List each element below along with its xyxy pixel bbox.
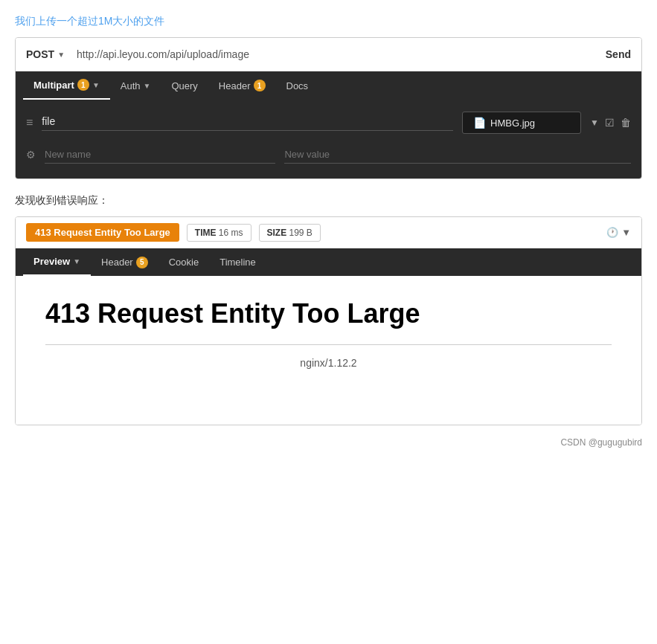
method-chevron-icon: ▼ [57, 51, 65, 59]
status-badge: 413 Request Entity Too Large [26, 223, 179, 242]
tab-query-label: Query [171, 80, 197, 91]
field-type-chevron-icon[interactable]: ▼ [590, 117, 599, 128]
response-tabs: Preview ▼ Header 5 Cookie Timeline [16, 248, 641, 276]
tab-preview[interactable]: Preview ▼ [23, 248, 91, 276]
response-panel: 413 Request Entity Too Large TIME 16 ms … [15, 216, 642, 425]
tab-header-badge: 1 [254, 80, 266, 91]
tab-auth[interactable]: Auth ▼ [110, 73, 161, 99]
intro-label: 我们上传一个超过1M大小的文件 [15, 15, 642, 28]
field-delete-icon[interactable]: 🗑 [621, 117, 631, 129]
tab-header[interactable]: Header 1 [208, 72, 276, 99]
form-row-new: ⚙ [26, 146, 631, 164]
tab-multipart-badge: 1 [77, 79, 89, 91]
request-tabs: Multipart 1 ▼ Auth ▼ Query Header 1 Docs [16, 71, 641, 100]
tab-timeline[interactable]: Timeline [209, 249, 266, 275]
tab-auth-chevron-icon: ▼ [144, 82, 151, 90]
tab-docs[interactable]: Docs [276, 73, 319, 99]
tab-multipart-chevron-icon: ▼ [92, 81, 100, 89]
form-area: ≡ file 📄 HMBG.jpg ▼ ☑ 🗑 ⚙ [16, 100, 641, 178]
tab-timeline-label: Timeline [219, 257, 256, 268]
time-badge: TIME 16 ms [187, 224, 251, 242]
field-check-icon[interactable]: ☑ [605, 117, 615, 129]
tab-auth-label: Auth [121, 80, 141, 91]
tab-docs-label: Docs [286, 80, 309, 91]
gear-icon: ⚙ [26, 149, 36, 161]
new-value-input[interactable] [284, 146, 631, 164]
field-actions: ▼ ☑ 🗑 [590, 117, 631, 129]
tab-cookie-label: Cookie [169, 257, 199, 268]
file-icon: 📄 [473, 117, 486, 129]
tab-multipart-label: Multipart [33, 80, 74, 91]
tab-query[interactable]: Query [161, 73, 208, 99]
url-bar: POST ▼ Send [16, 38, 641, 71]
method-selector[interactable]: POST ▼ [26, 48, 65, 60]
tab-response-header-badge: 5 [136, 257, 148, 268]
tab-preview-label: Preview [33, 256, 70, 267]
size-value: 199 B [289, 228, 313, 238]
tab-multipart[interactable]: Multipart 1 ▼ [23, 71, 110, 100]
tab-cookie[interactable]: Cookie [158, 249, 209, 275]
time-value: 16 ms [219, 228, 243, 238]
server-info: nginx/1.12.2 [45, 357, 612, 369]
response-status-bar: 413 Request Entity Too Large TIME 16 ms … [16, 217, 641, 248]
footer: CSDN @gugugubird [15, 437, 642, 448]
tab-response-header[interactable]: Header 5 [91, 249, 158, 276]
tab-preview-chevron-icon: ▼ [73, 257, 80, 265]
divider [45, 344, 612, 345]
middle-label: 发现收到错误响应： [15, 194, 642, 207]
watermark-label: CSDN @gugugubird [560, 437, 642, 448]
time-label: TIME [195, 228, 217, 238]
clock-icon: 🕐 [606, 227, 618, 238]
size-label: SIZE [267, 228, 287, 238]
tab-response-header-label: Header [101, 257, 133, 268]
request-panel: POST ▼ Send Multipart 1 ▼ Auth ▼ Query H… [15, 37, 642, 179]
url-input[interactable] [72, 45, 598, 63]
tab-header-label: Header [219, 80, 251, 91]
file-input-box[interactable]: 📄 HMBG.jpg [462, 112, 581, 134]
clock-chevron-icon: ▼ [621, 227, 631, 238]
response-body: 413 Request Entity Too Large nginx/1.12.… [16, 276, 641, 425]
clock-button[interactable]: 🕐 ▼ [606, 227, 631, 238]
new-name-input[interactable] [45, 146, 275, 164]
size-badge: SIZE 199 B [259, 224, 321, 242]
field-name-label: file [42, 115, 453, 131]
drag-handle-icon: ≡ [26, 116, 33, 129]
send-button[interactable]: Send [606, 48, 631, 60]
file-name-label: HMBG.jpg [490, 117, 535, 129]
method-label: POST [26, 48, 54, 60]
error-title: 413 Request Entity Too Large [45, 298, 612, 329]
form-row-file: ≡ file 📄 HMBG.jpg ▼ ☑ 🗑 [26, 112, 631, 134]
